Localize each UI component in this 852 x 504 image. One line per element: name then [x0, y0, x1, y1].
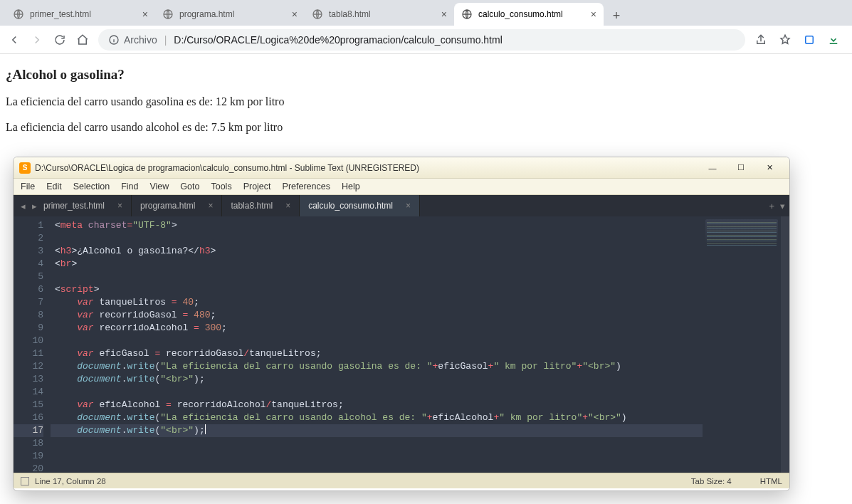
sublime-window: S D:\Curso\ORACLE\Logica de programacion… [13, 157, 790, 161]
browser-tab[interactable]: programa.html × [155, 3, 305, 26]
tab-title: programa.html [179, 9, 286, 19]
maximize-button[interactable]: ☐ [727, 160, 755, 162]
forward-icon[interactable] [30, 33, 44, 47]
tab-title: calculo_consumo.html [478, 9, 585, 19]
svg-rect-6 [830, 43, 838, 44]
tab-title: tabla8.html [329, 9, 436, 19]
page-line: La eficiencia del carro usando gasolina … [6, 95, 846, 108]
page-content: ¿Alcohol o gasolina? La eficiencia del c… [0, 54, 852, 161]
reload-icon[interactable] [53, 33, 67, 47]
minimize-button[interactable]: — [698, 160, 727, 162]
page-heading: ¿Alcohol o gasolina? [6, 67, 846, 83]
browser-tab[interactable]: tabla8.html × [305, 3, 454, 26]
close-icon[interactable]: × [292, 9, 298, 20]
address-field[interactable]: Archivo | D:/Curso/ORACLE/Logica%20de%20… [98, 29, 745, 51]
star-icon[interactable] [778, 33, 792, 47]
browser-tab[interactable]: primer_test.html × [6, 3, 155, 26]
home-icon[interactable] [75, 33, 90, 47]
browser-tab-active[interactable]: calculo_consumo.html × [454, 3, 604, 26]
close-icon[interactable]: × [142, 9, 148, 20]
site-info-icon[interactable]: Archivo [108, 34, 157, 46]
close-button[interactable]: ✕ [755, 160, 784, 162]
page-line: La eficiencia del carro usando alcohol e… [6, 121, 846, 134]
close-icon[interactable]: × [441, 9, 447, 20]
browser-tabstrip: primer_test.html × programa.html × tabla… [0, 0, 852, 26]
new-tab-button[interactable]: + [606, 6, 626, 26]
globe-icon [312, 9, 323, 20]
globe-icon [13, 9, 24, 20]
close-icon[interactable]: × [591, 9, 596, 20]
address-bar: Archivo | D:/Curso/ORACLE/Logica%20de%20… [0, 26, 852, 54]
tab-title: primer_test.html [30, 9, 137, 19]
address-separator: | [164, 34, 167, 46]
address-prefix: Archivo [124, 34, 157, 46]
extension-icon[interactable] [802, 33, 816, 47]
svg-rect-5 [806, 36, 814, 43]
sublime-titlebar[interactable]: S D:\Curso\ORACLE\Logica de programacion… [14, 157, 789, 161]
globe-icon [162, 9, 174, 20]
back-icon[interactable] [7, 33, 21, 47]
globe-icon [461, 9, 473, 20]
address-path: D:/Curso/ORACLE/Logica%20de%20programaci… [174, 34, 502, 46]
share-icon[interactable] [754, 33, 768, 47]
download-icon[interactable] [826, 33, 841, 47]
